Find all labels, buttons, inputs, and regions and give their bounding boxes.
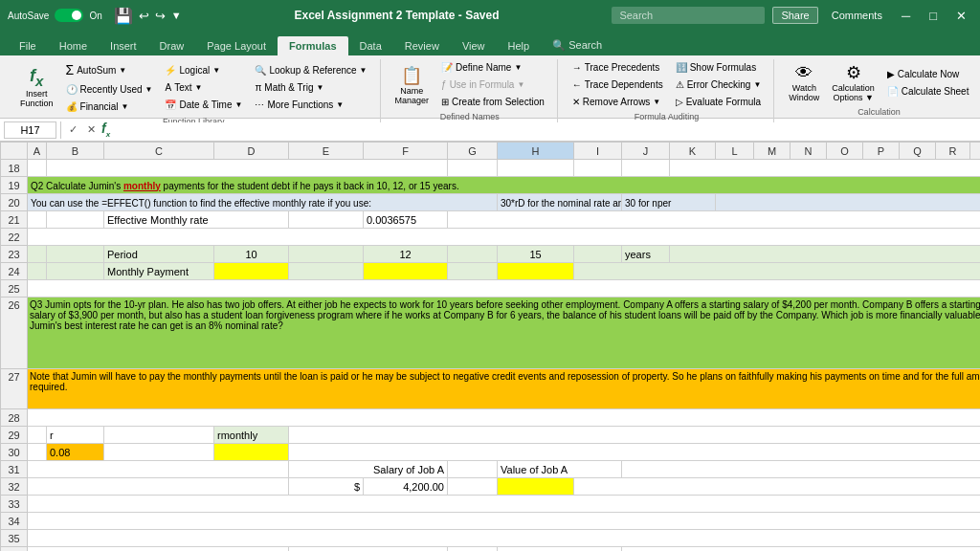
cell-a32[interactable] — [28, 478, 289, 496]
cell-g32[interactable] — [448, 478, 498, 496]
use-in-formula-button[interactable]: ƒ Use in Formula▼ — [436, 77, 549, 93]
cell-reference-input[interactable] — [4, 121, 56, 139]
cell-e30[interactable] — [289, 444, 981, 461]
recently-used-button[interactable]: 🕐 Recently Used▼ — [61, 81, 158, 98]
trace-dependents-button[interactable]: ← Trace Dependents — [568, 77, 668, 93]
cell-j31[interactable] — [622, 461, 981, 478]
autosum-button[interactable]: Σ AutoSum▼ — [61, 59, 158, 80]
comments-button[interactable]: Comments — [826, 8, 888, 23]
calculate-sheet-button[interactable]: 📄 Calculate Sheet — [882, 83, 974, 99]
lookup-button[interactable]: 🔍 Lookup & Reference▼ — [250, 62, 371, 78]
cell-j23[interactable]: years — [622, 246, 670, 263]
close-button[interactable]: ✕ — [950, 7, 972, 25]
cell-a24[interactable] — [28, 263, 47, 280]
cell-i18[interactable] — [574, 160, 622, 177]
cell-g21[interactable] — [448, 211, 981, 229]
cell-a28[interactable] — [28, 409, 981, 427]
cell-b23[interactable] — [47, 246, 104, 263]
cell-j36[interactable] — [622, 547, 981, 552]
trace-precedents-button[interactable]: → Trace Precedents — [568, 59, 668, 76]
show-formulas-button[interactable]: 🔢 Show Formulas — [671, 59, 767, 76]
cell-c29[interactable] — [104, 427, 214, 444]
autosave-toggle[interactable] — [55, 9, 83, 22]
cell-i32[interactable] — [574, 478, 981, 496]
cell-d24[interactable] — [214, 263, 289, 280]
cell-b30[interactable]: 0.08 — [47, 444, 104, 461]
formula-input[interactable] — [114, 122, 976, 138]
search-input[interactable] — [612, 7, 765, 24]
cell-h24[interactable] — [498, 263, 574, 280]
tab-home[interactable]: Home — [48, 36, 99, 55]
text-button[interactable]: A Text▼ — [160, 79, 247, 96]
cell-e29[interactable] — [289, 427, 981, 444]
cell-a22[interactable] — [28, 229, 981, 246]
tab-formulas[interactable]: Formulas — [278, 36, 348, 55]
tab-help[interactable]: Help — [497, 36, 542, 55]
cell-h31[interactable]: Value of Job A — [498, 461, 622, 478]
cell-c30[interactable] — [104, 444, 214, 461]
tab-insert[interactable]: Insert — [99, 36, 148, 55]
tab-data[interactable]: Data — [348, 36, 393, 55]
cell-b21[interactable] — [47, 211, 104, 229]
tab-review[interactable]: Review — [393, 36, 451, 55]
cell-a33[interactable] — [28, 496, 981, 513]
cell-a30[interactable] — [28, 444, 47, 461]
cell-c23[interactable]: Period — [104, 246, 214, 263]
share-button[interactable]: Share — [772, 7, 817, 24]
cell-a25[interactable] — [28, 280, 981, 298]
cell-h20[interactable]: 30*rD for the nominal rate and — [498, 194, 622, 211]
tab-file[interactable]: File — [8, 36, 48, 55]
cell-c24[interactable]: Monthly Payment — [104, 263, 214, 280]
name-manager-button[interactable]: 📋 Name Manager — [390, 62, 434, 108]
cell-a18[interactable] — [28, 160, 47, 177]
tab-draw[interactable]: Draw — [148, 36, 196, 55]
cell-a34[interactable] — [28, 513, 981, 530]
date-time-button[interactable]: 📅 Date & Time▼ — [160, 97, 247, 113]
cell-b27[interactable]: Note that Jumin will have to pay the mon… — [28, 369, 981, 409]
math-trig-button[interactable]: π Math & Trig▼ — [250, 79, 371, 96]
more-functions-button[interactable]: ⋯ More Functions▼ — [250, 97, 371, 113]
cell-e24[interactable] — [289, 263, 364, 280]
cell-b18[interactable] — [47, 160, 448, 177]
cell-c21[interactable]: Effective Monthly rate — [104, 211, 289, 229]
cell-d30[interactable] — [214, 444, 289, 461]
cell-f24[interactable] — [364, 263, 448, 280]
cell-l20[interactable] — [716, 194, 981, 211]
cell-b26[interactable]: Q3 Jumin opts for the 10-yr plan. He als… — [28, 298, 981, 369]
create-from-selection-button[interactable]: ⊞ Create from Selection — [436, 94, 549, 110]
cell-e21[interactable] — [289, 211, 364, 229]
cell-b20[interactable]: You can use the =EFFECT() function to fi… — [28, 194, 498, 211]
define-name-button[interactable]: 📝 Define Name▼ — [436, 59, 549, 76]
cell-j20[interactable]: 30 for nper — [622, 194, 716, 211]
insert-function-button[interactable]: fx Insert Function — [15, 63, 58, 111]
cell-f21[interactable]: 0.0036575 — [364, 211, 448, 229]
cell-b19[interactable]: Q2 Calculate Jumin's monthly payments fo… — [28, 177, 981, 194]
cell-h36[interactable]: Value of Job B — [498, 547, 622, 552]
cell-k18[interactable] — [670, 160, 981, 177]
cell-f32[interactable]: 4,200.00 — [364, 478, 448, 496]
tab-search[interactable]: 🔍 Search — [541, 35, 613, 55]
cell-e23[interactable] — [289, 246, 364, 263]
tab-page-layout[interactable]: Page Layout — [195, 36, 278, 55]
cell-e31[interactable]: Salary of Job A — [289, 461, 448, 478]
calculation-options-button[interactable]: ⚙ Calculation Options ▼ — [827, 59, 880, 105]
cell-h23[interactable]: 15 — [498, 246, 574, 263]
restore-button[interactable]: □ — [924, 7, 943, 25]
logical-button[interactable]: ⚡ Logical▼ — [160, 62, 247, 78]
cell-f23[interactable]: 12 — [364, 246, 448, 263]
cell-g36[interactable] — [448, 547, 498, 552]
financial-button[interactable]: 💰 Financial▼ — [61, 99, 158, 115]
cell-i24[interactable] — [574, 263, 981, 280]
tab-view[interactable]: View — [451, 36, 497, 55]
redo-icon[interactable]: ↪ — [155, 9, 166, 23]
cell-j18[interactable] — [622, 160, 670, 177]
cell-g18[interactable] — [448, 160, 498, 177]
cell-a35[interactable] — [28, 530, 981, 547]
calculate-now-button[interactable]: ▶ Calculate Now — [882, 66, 974, 82]
cell-a21[interactable] — [28, 211, 47, 229]
cell-g31[interactable] — [448, 461, 498, 478]
cell-b29[interactable]: r — [47, 427, 104, 444]
cell-a23[interactable] — [28, 246, 47, 263]
evaluate-formula-button[interactable]: ▷ Evaluate Formula — [671, 94, 767, 110]
undo-icon[interactable]: ↩ — [139, 9, 149, 23]
